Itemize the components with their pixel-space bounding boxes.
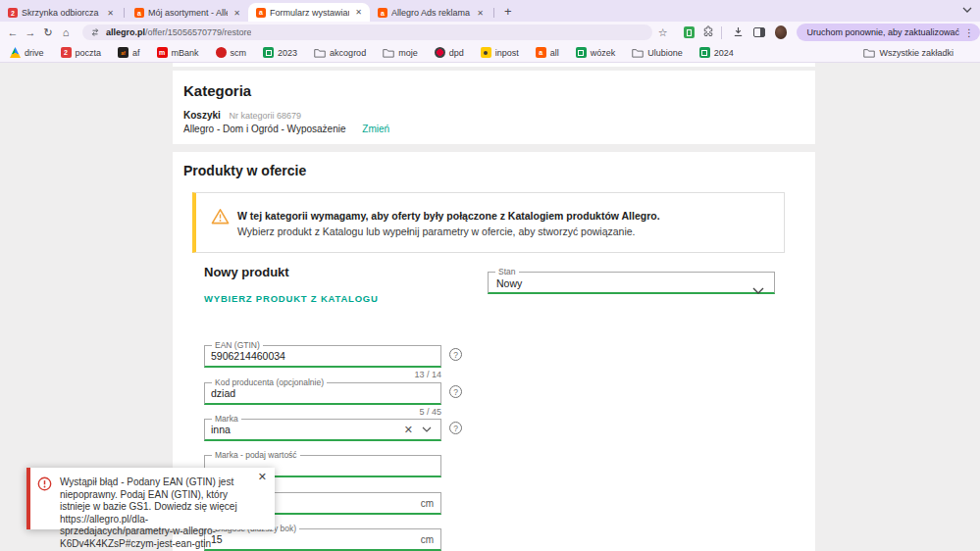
folder-icon xyxy=(314,48,326,58)
url-path: /offer/15056570779/restore xyxy=(145,27,251,37)
bookmark-label: scm xyxy=(231,48,247,58)
bookmark-scm[interactable]: scm xyxy=(216,47,247,58)
bookmark-label: 2024 xyxy=(714,48,734,58)
tab-title: Formularz wystawiania xyxy=(270,8,349,18)
error-toast: Wystąpił błąd - Podany EAN (GTIN) jest n… xyxy=(26,468,275,529)
update-chrome-button[interactable]: Uruchom ponownie, aby zaktualizować ⋮ xyxy=(797,24,980,41)
brand-field[interactable]: Marka ✕ xyxy=(204,419,441,441)
home-icon[interactable]: ⌂ xyxy=(57,26,75,38)
bookmark-all[interactable]: aall xyxy=(536,47,559,58)
producer-code-field[interactable]: Kod producenta (opcjonalnie) xyxy=(204,382,441,405)
update-chrome-label: Uruchom ponownie, aby zaktualizować xyxy=(806,27,959,37)
close-icon[interactable]: ✕ xyxy=(258,471,267,483)
chevron-down-icon[interactable] xyxy=(422,420,432,439)
bookmark-star-icon[interactable]: ☆ xyxy=(658,26,668,39)
producer-code-input[interactable] xyxy=(211,383,435,403)
bookmark-af[interactable]: afaf xyxy=(118,47,140,58)
condition-label: Stan xyxy=(495,268,519,276)
url-domain: allegro.pl xyxy=(106,27,145,37)
side-panel-icon[interactable] xyxy=(753,27,765,37)
category-path: Allegro - Dom i Ogród - Wyposażenie xyxy=(183,124,346,134)
tab-title: Allegro Ads reklama Twoich o xyxy=(391,8,471,18)
bookmark-akcogrod[interactable]: akcogrod xyxy=(314,48,366,58)
bookmark-ulubione[interactable]: Ulubione xyxy=(632,48,683,58)
tab-poczta[interactable]: 2 Skrzynka odbiorcza - Poczta ✕ xyxy=(0,4,122,22)
tab-formularz-active[interactable]: a Formularz wystawiania ✕ xyxy=(248,3,370,22)
bookmark-inpost[interactable]: inpost xyxy=(481,47,519,58)
back-icon[interactable]: ← xyxy=(4,26,22,38)
spreadsheet-icon xyxy=(263,47,274,58)
poczta-favicon-icon: 2 xyxy=(8,8,18,18)
ean-help-icon[interactable]: ? xyxy=(449,348,462,361)
category-name: Koszyki xyxy=(183,110,221,121)
tab-close-icon[interactable]: ✕ xyxy=(475,9,486,18)
bookmark-wozek[interactable]: wózek xyxy=(576,47,616,58)
bookmark-moje[interactable]: moje xyxy=(383,48,418,58)
bookmark-2024[interactable]: 2024 xyxy=(699,47,734,58)
bookmark-label: dpd xyxy=(449,48,464,58)
change-category-link[interactable]: Zmień xyxy=(362,124,389,134)
category-number: Nr kategorii 68679 xyxy=(230,111,302,121)
bookmark-label: mBank xyxy=(172,48,199,58)
tab-asortyment[interactable]: a Mój asortyment - Allegro ✕ xyxy=(127,4,248,22)
folder-icon xyxy=(632,48,644,58)
category-name-row: Koszyki Nr kategorii 68679 xyxy=(183,110,301,121)
bookmark-label: akcogrod xyxy=(330,48,366,58)
folder-icon xyxy=(863,48,875,58)
ean-input[interactable] xyxy=(211,346,435,366)
extensions-puzzle-icon[interactable] xyxy=(702,24,714,41)
brand-input[interactable] xyxy=(211,420,395,439)
bookmark-2023[interactable]: 2023 xyxy=(263,47,297,58)
chevron-down-icon[interactable] xyxy=(752,280,764,298)
clear-brand-icon[interactable]: ✕ xyxy=(404,424,413,436)
new-tab-button[interactable]: + xyxy=(496,4,520,22)
tab-allegro-ads[interactable]: a Allegro Ads reklama Twoich o ✕ xyxy=(370,4,491,22)
bookmark-drive[interactable]: drive xyxy=(10,47,44,58)
address-bar[interactable]: allegro.pl/offer/15056570779/restore xyxy=(82,25,652,40)
choose-from-catalog-link[interactable]: WYBIERZ PRODUKT Z KATALOGU xyxy=(204,293,379,304)
tab-separator xyxy=(493,8,494,18)
extension-icon[interactable] xyxy=(684,26,695,38)
allegro-icon: a xyxy=(536,47,546,58)
bookmark-label: all xyxy=(550,48,559,58)
tab-title: Skrzynka odbiorcza - Poczta xyxy=(22,8,101,18)
bookmark-dpd[interactable]: dpd xyxy=(435,47,464,58)
toolbar-divider xyxy=(721,26,722,39)
spreadsheet-icon xyxy=(699,47,710,58)
bookmark-label: drive xyxy=(25,48,44,58)
bookmark-label: wózek xyxy=(591,48,616,58)
allegro-favicon-icon: a xyxy=(256,8,266,18)
poczta-icon: 2 xyxy=(61,47,72,58)
bookmark-label: inpost xyxy=(495,48,519,58)
bookmark-label: af xyxy=(132,48,140,58)
inpost-icon xyxy=(481,47,491,58)
producer-code-help-icon[interactable]: ? xyxy=(449,385,462,398)
site-info-icon[interactable] xyxy=(90,27,100,37)
condition-select[interactable]: Stan Nowy xyxy=(488,272,775,294)
folder-icon xyxy=(383,48,394,58)
tab-close-icon[interactable]: ✕ xyxy=(353,8,364,17)
warning-text: Wybierz produkt z Katalogu lub wypełnij … xyxy=(237,225,636,237)
tab-close-icon[interactable]: ✕ xyxy=(232,9,242,18)
category-heading: Kategoria xyxy=(183,82,251,99)
downloads-icon[interactable] xyxy=(733,24,744,41)
forward-icon[interactable]: → xyxy=(22,26,39,38)
length-unit: cm xyxy=(421,534,434,545)
tab-search-chevron-icon[interactable] xyxy=(962,0,972,17)
all-bookmarks-label: Wszystkie zakładki xyxy=(879,48,954,58)
category-path-row: Allegro - Dom i Ogród - Wyposażenie Zmie… xyxy=(183,124,389,134)
scm-icon xyxy=(216,47,227,58)
ean-field[interactable]: EAN (GTIN) xyxy=(204,345,441,368)
bookmark-label: poczta xyxy=(76,48,102,58)
browser-menu-icon[interactable]: ⋮ xyxy=(964,27,974,38)
brand-help-icon[interactable]: ? xyxy=(449,422,462,434)
bookmark-mbank[interactable]: mmBank xyxy=(157,47,199,58)
profile-avatar[interactable] xyxy=(775,25,788,39)
all-bookmarks-button[interactable]: Wszystkie zakładki xyxy=(863,48,954,58)
tab-close-icon[interactable]: ✕ xyxy=(105,9,116,18)
bookmark-poczta[interactable]: 2poczta xyxy=(61,47,102,58)
url-text[interactable]: allegro.pl/offer/15056570779/restore xyxy=(106,27,251,37)
dpd-icon xyxy=(435,47,445,58)
width-unit: cm xyxy=(421,498,434,509)
reload-icon[interactable]: ↻ xyxy=(39,26,57,39)
